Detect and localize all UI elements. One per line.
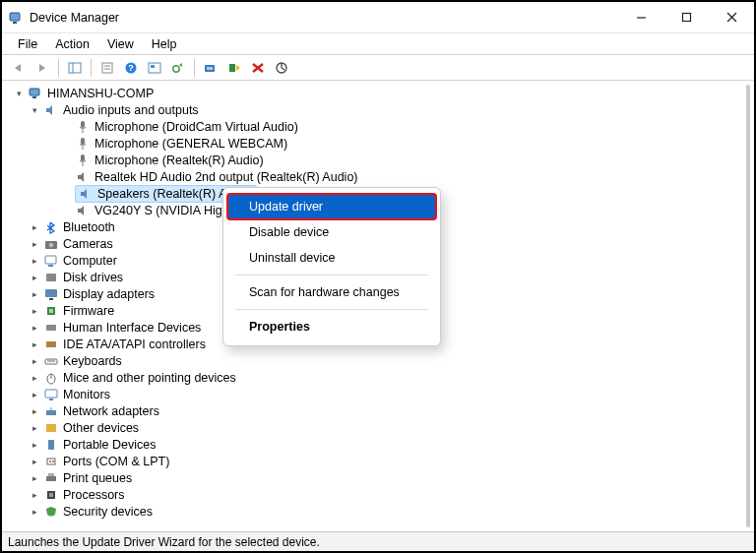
device-label: Microphone (DroidCam Virtual Audio) xyxy=(94,120,298,134)
tree-category-mice[interactable]: ▸ Mice and other pointing devices xyxy=(10,369,754,386)
close-button[interactable] xyxy=(709,3,754,32)
svg-rect-54 xyxy=(48,473,54,476)
tree-root[interactable]: ▾ HIMANSHU-COMP xyxy=(10,85,754,101)
device-label: Microphone (GENERAL WEBCAM) xyxy=(94,137,287,151)
device-tree-container: ▾ HIMANSHU-COMP ▾ Audio inputs and outpu… xyxy=(2,81,754,531)
tree-category-ports[interactable]: ▸ Ports (COM & LPT) xyxy=(10,453,754,469)
show-hide-tree-button[interactable] xyxy=(64,57,86,79)
help-button[interactable]: ? xyxy=(120,57,142,79)
chevron-right-icon[interactable]: ▸ xyxy=(28,338,41,351)
tree-device[interactable]: ▸ Realtek HD Audio 2nd output (Realtek(R… xyxy=(10,168,754,185)
chevron-right-icon[interactable]: ▸ xyxy=(28,505,41,519)
update-driver-button[interactable] xyxy=(167,57,189,79)
chevron-down-icon[interactable]: ▾ xyxy=(12,87,26,100)
menu-help[interactable]: Help xyxy=(144,35,185,53)
svg-point-33 xyxy=(53,278,55,280)
chevron-right-icon[interactable]: ▸ xyxy=(28,455,41,468)
tree-category-other[interactable]: ▸ Other devices xyxy=(10,419,754,436)
chevron-right-icon[interactable]: ▸ xyxy=(28,354,41,368)
disable-device-button[interactable] xyxy=(271,57,292,79)
bluetooth-icon xyxy=(43,219,59,235)
maximize-button[interactable] xyxy=(663,3,709,32)
category-label: Monitors xyxy=(63,388,110,401)
svg-rect-3 xyxy=(682,14,690,22)
category-label: Mice and other pointing devices xyxy=(63,371,236,385)
tree-category-keyboards[interactable]: ▸ Keyboards xyxy=(10,352,754,369)
chevron-right-icon[interactable]: ▸ xyxy=(28,371,41,385)
tree-category-processors[interactable]: ▸ Processors xyxy=(10,486,754,503)
scan-hardware-button[interactable] xyxy=(200,57,221,79)
device-label: VG240Y S (NVIDIA High D xyxy=(94,204,241,217)
svg-rect-14 xyxy=(151,65,155,68)
context-properties[interactable]: Properties xyxy=(227,314,436,339)
tree-category-audio[interactable]: ▾ Audio inputs and outputs xyxy=(10,101,754,118)
svg-rect-35 xyxy=(49,298,53,300)
printer-icon xyxy=(43,470,59,486)
category-label: Computer xyxy=(63,254,117,268)
tree-device[interactable]: ▸ Microphone (Realtek(R) Audio) xyxy=(10,152,754,168)
properties-button[interactable] xyxy=(96,57,118,79)
svg-rect-26 xyxy=(81,154,85,161)
vertical-scrollbar[interactable] xyxy=(746,85,750,527)
chevron-right-icon[interactable]: ▸ xyxy=(28,254,41,268)
add-legacy-hardware-button[interactable] xyxy=(223,57,245,79)
category-label: Firmware xyxy=(63,304,114,318)
tree-device[interactable]: ▸ Microphone (DroidCam Virtual Audio) xyxy=(10,118,754,135)
uninstall-device-button[interactable] xyxy=(247,57,269,79)
chevron-right-icon[interactable]: ▸ xyxy=(28,271,41,284)
chevron-down-icon[interactable]: ▾ xyxy=(28,103,41,117)
chevron-right-icon[interactable]: ▸ xyxy=(28,287,41,301)
device-manager-icon xyxy=(8,10,24,26)
mouse-icon xyxy=(43,370,59,386)
svg-rect-24 xyxy=(81,138,85,145)
chevron-right-icon[interactable]: ▸ xyxy=(28,388,41,401)
minimize-button[interactable] xyxy=(618,3,663,32)
chevron-right-icon[interactable]: ▸ xyxy=(28,471,41,485)
context-disable-device[interactable]: Disable device xyxy=(227,219,436,245)
category-label: Network adapters xyxy=(63,404,159,418)
svg-point-51 xyxy=(49,461,51,462)
svg-rect-20 xyxy=(30,89,39,95)
portable-icon xyxy=(43,437,59,453)
back-button[interactable] xyxy=(8,57,30,79)
menu-view[interactable]: View xyxy=(99,35,142,53)
svg-point-52 xyxy=(52,461,54,462)
context-update-driver[interactable]: Update driver xyxy=(227,194,436,219)
tree-category-network[interactable]: ▸ Network adapters xyxy=(10,402,754,419)
action-button[interactable] xyxy=(144,57,165,79)
tree-category-monitors[interactable]: ▸ Monitors xyxy=(10,386,754,402)
svg-rect-45 xyxy=(49,399,53,400)
ide-icon xyxy=(43,337,59,352)
category-label: Audio inputs and outputs xyxy=(63,103,199,117)
chevron-right-icon[interactable]: ▸ xyxy=(28,404,41,418)
context-uninstall-device[interactable]: Uninstall device xyxy=(227,245,436,271)
chevron-right-icon[interactable]: ▸ xyxy=(28,220,41,234)
svg-point-15 xyxy=(173,65,179,71)
display-icon xyxy=(43,286,59,302)
tree-device[interactable]: ▸ Microphone (GENERAL WEBCAM) xyxy=(10,135,754,152)
security-icon xyxy=(43,504,59,520)
context-separator xyxy=(235,275,428,276)
tree-category-security[interactable]: ▸ Security devices xyxy=(10,503,754,520)
chevron-right-icon[interactable]: ▸ xyxy=(28,438,41,452)
chevron-right-icon[interactable]: ▸ xyxy=(28,304,41,318)
firmware-icon xyxy=(43,303,59,319)
tree-category-print[interactable]: ▸ Print queues xyxy=(10,469,754,486)
menu-action[interactable]: Action xyxy=(47,35,97,53)
forward-button[interactable] xyxy=(32,57,53,79)
device-label: Microphone (Realtek(R) Audio) xyxy=(94,154,264,167)
svg-rect-21 xyxy=(32,96,36,98)
category-label: Bluetooth xyxy=(63,220,115,234)
tree-category-portable[interactable]: ▸ Portable Devices xyxy=(10,436,754,453)
category-label: Other devices xyxy=(63,421,139,435)
category-label: Print queues xyxy=(63,471,132,485)
other-icon xyxy=(43,420,59,436)
menubar: File Action View Help xyxy=(2,33,754,55)
chevron-right-icon[interactable]: ▸ xyxy=(28,488,41,502)
menu-file[interactable]: File xyxy=(10,35,45,53)
chevron-right-icon[interactable]: ▸ xyxy=(28,421,41,435)
context-scan-hardware[interactable]: Scan for hardware changes xyxy=(227,279,436,305)
chevron-right-icon[interactable]: ▸ xyxy=(28,321,41,335)
ports-icon xyxy=(43,454,59,469)
chevron-right-icon[interactable]: ▸ xyxy=(28,237,41,251)
